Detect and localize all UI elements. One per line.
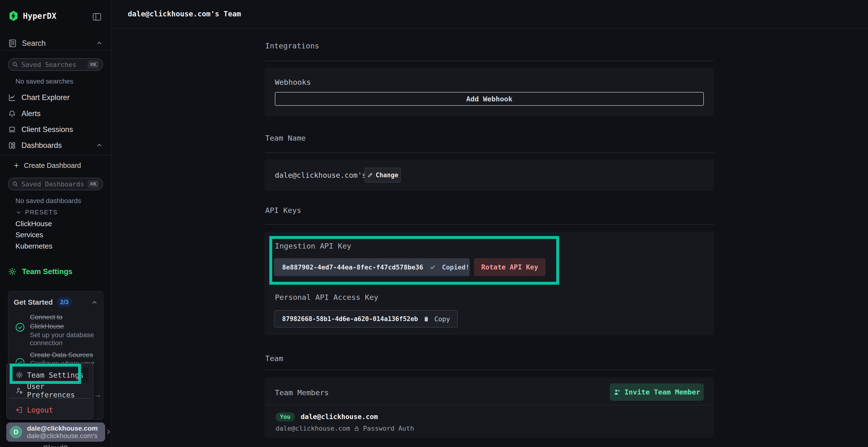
user-account-card[interactable]: D dale@clickhouse.com dale@clickhouse.co…	[6, 422, 105, 442]
sidebar-item-alerts[interactable]: Alerts	[8, 107, 103, 121]
user-email: dale@clickhouse.com	[27, 424, 99, 432]
webhooks-card: Webhooks Add Webhook	[265, 68, 714, 116]
create-dashboard-label: Create Dashboard	[24, 162, 81, 170]
page-title: dale@clickhouse.com's Team	[128, 10, 241, 18]
checklist-item[interactable]: Connect to ClickHouse Set up your databa…	[30, 313, 96, 347]
personal-api-key-value: 87982668-58b1-4d6e-a620-014a136f52eb	[282, 315, 418, 322]
chevron-right-icon	[105, 428, 112, 436]
logout-icon	[16, 406, 23, 414]
team-heading: Team	[265, 354, 283, 363]
bell-icon	[8, 110, 16, 118]
copy-label: Copy	[434, 315, 450, 323]
chart-icon	[8, 94, 16, 102]
sidebar-item-dashboards[interactable]: Dashboards	[8, 139, 103, 152]
preset-item-services[interactable]: Services	[16, 231, 43, 239]
presets-toggle[interactable]: PRESETS	[16, 209, 58, 216]
avatar-initial: D	[13, 428, 18, 436]
check-circle-icon	[15, 322, 25, 332]
app-root: HyperDX Search	[0, 0, 868, 447]
section-divider	[265, 61, 714, 61]
section-divider	[265, 153, 714, 153]
more-arrow[interactable]: →	[94, 391, 101, 399]
sidebar-item-label: Alerts	[22, 109, 40, 118]
member-email-secondary: dale@clickhouse.com	[276, 424, 350, 432]
chevron-up-icon[interactable]	[91, 299, 98, 306]
chevron-up-icon	[96, 142, 103, 149]
sidebar-item-label: Client Sessions	[22, 125, 73, 134]
saved-searches-input-wrap: ⌘K	[8, 58, 103, 71]
add-webhook-button[interactable]: Add Webhook	[275, 92, 704, 106]
app-logo-text: HyperDX	[23, 11, 56, 21]
gear-icon	[8, 267, 17, 276]
invite-team-member-button[interactable]: Invite Team Member	[610, 383, 704, 401]
member-email: dale@clickhouse.com	[301, 413, 378, 421]
team-name-card: dale@clickhouse.com's Team Change	[265, 160, 714, 191]
journal-icon	[8, 39, 17, 48]
collapse-sidebar-button[interactable]	[91, 11, 103, 23]
sidebar-item-label: Dashboards	[22, 141, 62, 150]
laptop-icon	[8, 126, 16, 134]
divider	[0, 50, 111, 50]
preset-item-kubernetes[interactable]: Kubernetes	[16, 242, 52, 250]
user-plus-icon	[613, 388, 621, 396]
team-settings-label: Team Settings	[22, 267, 72, 276]
chevron-down-icon	[16, 209, 22, 215]
checklist-item-title: Create Data Sources	[30, 351, 100, 359]
get-started-title: Get Started	[14, 298, 53, 306]
divider	[0, 155, 111, 156]
sidebar-item-team-settings[interactable]: Team Settings	[8, 265, 103, 278]
preset-item-clickhouse[interactable]: ClickHouse	[16, 220, 52, 228]
sidebar-item-chart-explorer[interactable]: Chart Explorer	[8, 91, 103, 104]
saved-dashboards-input-wrap: ⌘K	[8, 178, 103, 190]
sidebar: HyperDX Search	[0, 0, 111, 447]
create-dashboard-button[interactable]: Create Dashboard	[13, 160, 81, 171]
saved-dashboards-input[interactable]	[21, 180, 85, 188]
menu-item-label: Logout	[27, 406, 53, 414]
cloud-partial-text[interactable]: Cloud?	[0, 444, 111, 447]
team-name-heading: Team Name	[265, 134, 306, 142]
plus-icon	[13, 162, 20, 169]
menu-divider	[10, 398, 92, 399]
personal-api-key-label: Personal API Access Key	[275, 293, 378, 302]
menu-item-user-preferences[interactable]: User Preferences	[12, 384, 88, 398]
section-divider	[265, 224, 714, 225]
dashboard-grid-icon	[8, 141, 16, 149]
hyperdx-logo-icon	[8, 10, 19, 22]
user-gear-icon	[16, 387, 23, 394]
search-section-label: Search	[22, 39, 45, 48]
menu-item-logout[interactable]: Logout	[12, 403, 88, 417]
change-button-label: Change	[376, 171, 398, 179]
progress-badge: 2/3	[57, 297, 72, 307]
sidebar-item-client-sessions[interactable]: Client Sessions	[8, 123, 103, 136]
menu-item-label: User Preferences	[27, 382, 88, 399]
webhooks-title: Webhooks	[275, 78, 311, 87]
team-members-title: Team Members	[275, 388, 329, 397]
personal-api-key-chip[interactable]: 87982668-58b1-4d6e-a620-014a136f52eb Cop…	[274, 310, 458, 328]
panel-collapse-icon	[92, 12, 102, 22]
annotation-box-menu-team-settings	[10, 364, 81, 384]
sidebar-section-search[interactable]: Search	[8, 37, 103, 50]
checklist-item-subtitle: Set up your database connection	[30, 331, 96, 347]
lock-icon	[353, 425, 360, 432]
saved-searches-input[interactable]	[21, 61, 85, 69]
presets-label: PRESETS	[25, 209, 58, 216]
you-badge: You	[276, 412, 295, 421]
user-team-name: dale@clickhouse.com's	[27, 432, 99, 440]
shortcut-badge: ⌘K	[88, 180, 99, 188]
row-divider	[265, 405, 714, 405]
change-team-name-button[interactable]: Change	[365, 168, 401, 182]
section-divider	[265, 370, 714, 370]
annotation-box-ingestion-api-key	[269, 236, 559, 285]
pencil-icon	[367, 172, 373, 178]
checklist-item-title: Connect to ClickHouse	[30, 313, 96, 331]
header-divider	[111, 28, 868, 29]
team-members-card: Team Members Invite Team Member You dale…	[265, 377, 714, 438]
api-keys-heading: API Keys	[265, 206, 301, 215]
logo-row: HyperDX	[8, 10, 56, 22]
member-auth-type: Password Auth	[363, 424, 414, 432]
chevron-up-icon	[96, 40, 103, 47]
avatar: D	[10, 426, 22, 438]
no-saved-dashboards-note: No saved dashboards	[16, 197, 81, 205]
sidebar-item-label: Chart Explorer	[22, 93, 70, 102]
invite-button-label: Invite Team Member	[624, 388, 700, 396]
